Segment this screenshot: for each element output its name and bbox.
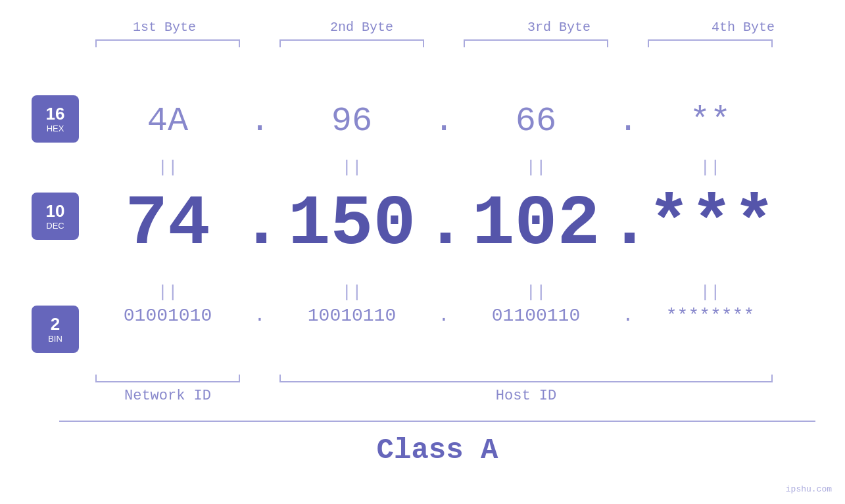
dec-dot-1: . [240, 184, 279, 264]
bin-val-2: 10010110 [279, 306, 424, 326]
bracket-network-id [95, 375, 240, 382]
eq-1-1: || [95, 158, 240, 177]
eq-2-4: || [648, 283, 773, 302]
bracket-byte1 [95, 39, 240, 47]
equals-row-1: || || || || [0, 158, 845, 177]
host-id-label: Host ID [279, 388, 773, 404]
eq-2-1: || [95, 283, 240, 302]
byte-label-4: 4th Byte [677, 20, 809, 35]
bin-dot-1: . [240, 306, 279, 326]
dec-dot-2: . [424, 184, 464, 264]
bracket-byte4 [648, 39, 773, 47]
byte-label-2: 2nd Byte [283, 20, 441, 35]
bin-val-1: 01001010 [95, 306, 240, 326]
class-section: Class A [59, 421, 815, 467]
bin-dot-2: . [424, 306, 464, 326]
class-label: Class A [377, 434, 498, 467]
eq-1-2: || [279, 158, 424, 177]
byte-labels-row: 1st Byte 2nd Byte 3rd Byte 4th Byte [0, 20, 845, 35]
dec-values-row: 74 . 150 . 102 . *** [0, 184, 845, 264]
bottom-brackets-row [0, 375, 845, 382]
hex-dot-2: . [424, 102, 464, 141]
main-layout: 1st Byte 2nd Byte 3rd Byte 4th Byte 16 H… [0, 0, 845, 504]
hex-val-4: ** [648, 102, 773, 141]
byte-label-1: 1st Byte [85, 20, 243, 35]
dec-dot-3: . [608, 184, 648, 264]
eq-1-4: || [648, 158, 773, 177]
equals-row-2: || || || || [0, 283, 845, 302]
dec-val-3: 102 [464, 189, 608, 260]
dec-val-2: 150 [279, 189, 424, 260]
bin-badge-label: BIN [48, 334, 62, 344]
hex-val-3: 66 [464, 102, 608, 141]
eq-1-3: || [464, 158, 608, 177]
hex-dot-1: . [240, 102, 279, 141]
hex-val-1: 4A [95, 102, 240, 141]
eq-2-2: || [279, 283, 424, 302]
bracket-byte2 [279, 39, 424, 47]
eq-2-3: || [464, 283, 608, 302]
watermark: ipshu.com [786, 484, 832, 494]
bin-val-3: 01100110 [464, 306, 608, 326]
dec-val-1: 74 [95, 189, 240, 260]
bracket-host-id [279, 375, 773, 382]
hex-dot-3: . [608, 102, 648, 141]
dec-val-4: *** [648, 189, 773, 260]
hex-values-row: 4A . 96 . 66 . ** [0, 102, 845, 141]
network-id-label: Network ID [95, 388, 240, 404]
bracket-byte3 [464, 39, 608, 47]
bin-dot-3: . [608, 306, 648, 326]
id-labels-row: Network ID Host ID [0, 388, 845, 404]
hex-val-2: 96 [279, 102, 424, 141]
bin-val-4: ******** [648, 306, 773, 326]
top-brackets-row [0, 39, 845, 47]
byte-label-3: 3rd Byte [480, 20, 638, 35]
bin-values-row: 01001010 . 10010110 . 01100110 . *******… [0, 306, 845, 326]
